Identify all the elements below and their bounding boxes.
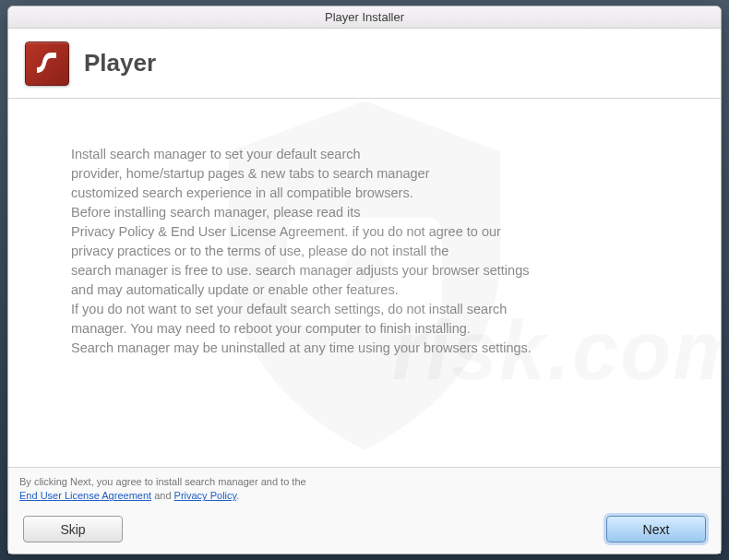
body-line: If you do not want to set your default s… — [71, 300, 665, 319]
header: Player — [8, 29, 721, 99]
body-line: search manager is free to use. search ma… — [71, 261, 665, 280]
body-line: Search manager may be uninstalled at any… — [71, 339, 665, 358]
footer: By clicking Next, you agree to install s… — [8, 467, 721, 554]
skip-button[interactable]: Skip — [23, 516, 123, 542]
titlebar: Player Installer — [8, 6, 721, 29]
body-line: and may automatically update or enable o… — [71, 280, 665, 300]
installer-window: Player Installer Player risk.com Install… — [7, 6, 722, 554]
body-line: provider, home/startup pages & new tabs … — [71, 164, 665, 184]
body-line: privacy practices or to the terms of use… — [71, 242, 665, 261]
body-line: Privacy Policy & End User License Agreem… — [71, 222, 665, 242]
window-title: Player Installer — [325, 10, 404, 24]
eula-link[interactable]: End User License Agreement — [19, 490, 151, 501]
disclaimer-text: By clicking Next, you agree to install s… — [19, 475, 306, 504]
disclaimer-conjunction: and — [151, 490, 173, 501]
flash-player-icon — [25, 42, 69, 86]
body-area: risk.com Install search manager to set y… — [8, 99, 721, 467]
body-line: Install search manager to set your defau… — [71, 145, 665, 164]
body-line: customized search experience in all comp… — [71, 184, 665, 203]
body-text: Install search manager to set your defau… — [71, 145, 665, 358]
disclaimer-period: . — [236, 490, 239, 501]
next-button[interactable]: Next — [606, 516, 706, 542]
disclaimer-prefix: By clicking Next, you agree to install s… — [19, 476, 306, 487]
body-line: manager. You may need to reboot your com… — [71, 319, 665, 339]
body-line: Before installing search manager, please… — [71, 203, 665, 222]
header-title: Player — [84, 49, 156, 77]
privacy-policy-link[interactable]: Privacy Policy — [174, 490, 237, 501]
